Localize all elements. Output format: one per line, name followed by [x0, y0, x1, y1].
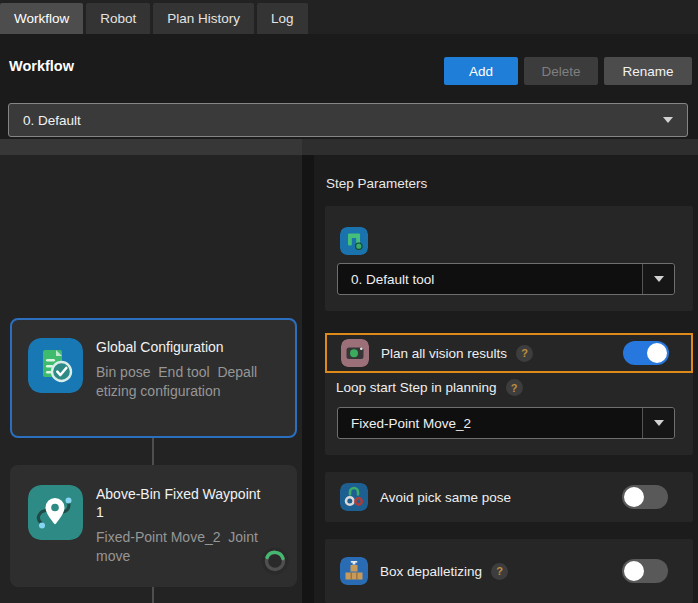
global-configuration-icon	[28, 338, 83, 393]
plan-all-vision-results-toggle[interactable]	[623, 341, 669, 365]
plan-all-vision-results-label: Plan all vision results	[381, 346, 507, 361]
select-arrow-zone[interactable]	[642, 264, 674, 294]
tab-robot[interactable]: Robot	[86, 3, 150, 34]
step-card-text: Global Configuration Bin pose End tool D…	[96, 338, 264, 436]
chevron-down-icon	[654, 420, 664, 426]
fixed-point-move-icon	[28, 485, 83, 540]
box-depalletizing-label: Box depalletizing	[380, 564, 482, 579]
end-tool-icon	[340, 227, 368, 255]
step-card-above-bin-fixed-waypoint[interactable]: Above-Bin Fixed Waypoint 1 Fixed-Point M…	[10, 465, 297, 587]
workflow-select-value: 0. Default	[23, 113, 81, 128]
step-card-global-configuration[interactable]: Global Configuration Bin pose End tool D…	[10, 318, 297, 438]
select-arrow-zone[interactable]	[642, 408, 674, 438]
end-tool-select[interactable]: 0. Default tool	[337, 263, 675, 295]
rename-button[interactable]: Rename	[604, 57, 692, 85]
avoid-pick-icon	[340, 483, 368, 511]
step-list-panel: Global Configuration Bin pose End tool D…	[0, 155, 302, 603]
left-panel-top-band	[0, 139, 302, 155]
help-icon[interactable]: ?	[516, 345, 533, 362]
toggle-knob	[624, 561, 644, 581]
workflow-select[interactable]: 0. Default	[8, 103, 688, 137]
toggle-knob	[624, 487, 644, 507]
tab-log[interactable]: Log	[257, 3, 308, 34]
step-title: Above-Bin Fixed Waypoint 1	[96, 485, 264, 521]
step-parameters-panel: Step Parameters 0. Default tool	[314, 155, 698, 603]
step-parameters-title: Step Parameters	[326, 176, 427, 191]
tab-workflow[interactable]: Workflow	[0, 3, 83, 34]
workflow-section-title: Workflow	[9, 58, 74, 74]
mech-viz-workflow-panel: Workflow Robot Plan History Log Workflow…	[0, 0, 698, 603]
step-card-text: Above-Bin Fixed Waypoint 1 Fixed-Point M…	[96, 485, 264, 587]
loop-start-select-value: Fixed-Point Move_2	[351, 416, 471, 431]
box-depalletizing-toggle[interactable]	[622, 559, 668, 583]
step-tags: Fixed-Point Move_2 Joint move	[96, 528, 264, 565]
avoid-pick-same-pose-label: Avoid pick same pose	[380, 490, 511, 505]
end-tool-select-value: 0. Default tool	[351, 272, 434, 287]
avoid-pick-section: Avoid pick same pose	[325, 472, 693, 522]
vision-planning-section: Plan all vision results ? Loop start Ste…	[325, 333, 693, 455]
step-title: Global Configuration	[96, 338, 264, 356]
top-tab-bar: Workflow Robot Plan History Log	[0, 0, 698, 34]
box-depalletizing-icon	[340, 557, 368, 585]
help-icon[interactable]: ?	[506, 379, 523, 396]
plan-all-vision-results-row[interactable]: Plan all vision results ?	[325, 333, 693, 373]
end-tool-section: 0. Default tool	[325, 206, 693, 311]
avoid-pick-same-pose-toggle[interactable]	[622, 485, 668, 509]
vision-camera-icon	[341, 339, 369, 367]
loop-start-select[interactable]: Fixed-Point Move_2	[337, 407, 675, 439]
toggle-knob	[647, 343, 667, 363]
panel-divider	[302, 155, 314, 603]
running-spinner-icon	[260, 546, 290, 576]
step-tags: Bin pose End tool Depalletizing configur…	[96, 363, 264, 400]
add-button[interactable]: Add	[444, 57, 518, 85]
tab-plan-history[interactable]: Plan History	[153, 3, 254, 34]
box-depalletizing-section: Box depalletizing ?	[325, 539, 693, 603]
chevron-down-icon	[654, 276, 664, 282]
avoid-pick-same-pose-row[interactable]: Avoid pick same pose	[325, 472, 693, 522]
right-panel-top-band	[302, 139, 698, 155]
delete-button[interactable]: Delete	[524, 57, 598, 85]
loop-start-label: Loop start Step in planning	[336, 380, 497, 395]
box-depalletizing-row[interactable]: Box depalletizing ?	[325, 549, 693, 593]
help-icon[interactable]: ?	[491, 563, 508, 580]
loop-start-label-row: Loop start Step in planning ?	[336, 379, 523, 396]
chevron-down-icon	[663, 117, 673, 123]
